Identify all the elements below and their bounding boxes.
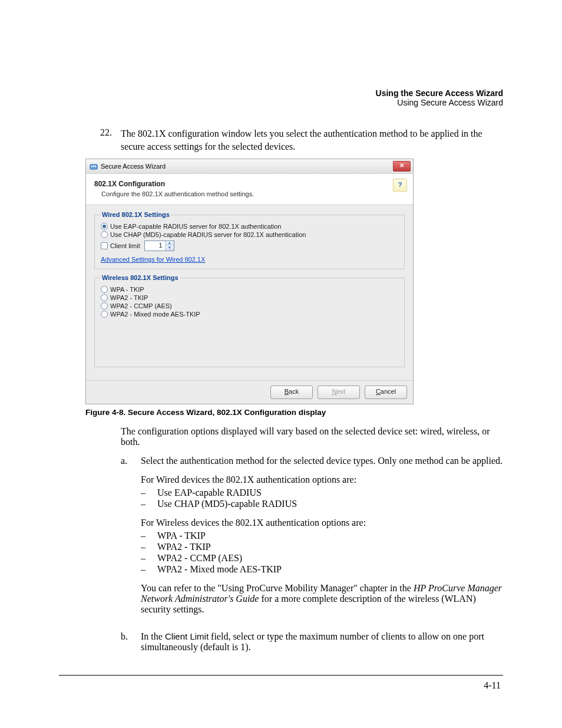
list-item: WPA2 - Mixed mode AES-TKIP — [157, 564, 282, 575]
client-limit-checkbox[interactable] — [101, 242, 108, 249]
paragraph-vary: The configuration options displayed will… — [121, 426, 503, 447]
svg-rect-1 — [91, 166, 92, 167]
radio-eap[interactable] — [101, 223, 108, 230]
refer-paragraph: You can refer to the "Using ProCurve Mob… — [141, 583, 503, 615]
radio-chap-label: Use CHAP (MD5)-capable RADIUS server for… — [110, 231, 306, 238]
list-item: WPA2 - TKIP — [157, 542, 211, 552]
radio-wpa2-tkip[interactable] — [101, 294, 108, 301]
figure-caption: Figure 4-8. Secure Access Wizard, 802.1X… — [85, 408, 503, 417]
wizard-header-title: 802.1X Configuration — [94, 180, 405, 188]
radio-wpa2-ccmp[interactable] — [101, 302, 108, 309]
wireless-settings-group: Wireless 802.1X Settings WPA - TKIP WPA2… — [94, 274, 405, 367]
advanced-settings-link[interactable]: Advanced Settings for Wired 802.1X — [101, 256, 205, 263]
radio-wpa2-mixed[interactable] — [101, 311, 108, 318]
app-icon — [90, 162, 98, 170]
wizard-button-bar: Back Next Cancel — [86, 380, 413, 404]
radio-wpa2-tkip-label: WPA2 - TKIP — [110, 294, 148, 301]
list-item: WPA2 - CCMP (AES) — [157, 553, 242, 564]
close-button[interactable]: ✕ — [393, 161, 411, 172]
client-limit-spinner[interactable]: 1 ▲▼ — [144, 241, 174, 251]
wireless-legend: Wireless 802.1X Settings — [101, 274, 180, 281]
spinner-up-icon[interactable]: ▲ — [166, 241, 174, 246]
footer-rule — [59, 675, 503, 676]
client-limit-value: 1 — [145, 241, 165, 251]
wizard-titlebar: Secure Access Wizard ✕ — [86, 159, 413, 174]
wired-intro: For Wired devices the 802.1X authenticat… — [141, 475, 503, 485]
radio-wpa2-ccmp-label: WPA2 - CCMP (AES) — [110, 302, 172, 309]
cancel-button[interactable]: Cancel — [365, 386, 407, 399]
wireless-options-list: –WPA - TKIP –WPA2 - TKIP –WPA2 - CCMP (A… — [141, 531, 503, 575]
wired-options-list: –Use EAP-capable RADIUS –Use CHAP (MD5)-… — [141, 487, 503, 509]
radio-eap-label: Use EAP-capable RADIUS server for 802.1X… — [110, 223, 281, 230]
wireless-intro: For Wireless devices the 802.1X authenti… — [141, 518, 503, 528]
radio-wpa-tkip[interactable] — [101, 286, 108, 293]
page-number: 4-11 — [59, 680, 503, 691]
wizard-title: Secure Access Wizard — [101, 163, 166, 170]
step-number: 22. — [100, 127, 121, 153]
sub-b-text: In the Client Limit field, select or typ… — [141, 631, 503, 653]
step-text: The 802.1X configuration window lets you… — [121, 127, 503, 153]
spinner-down-icon[interactable]: ▼ — [166, 246, 174, 251]
client-limit-label: Client limit — [110, 242, 140, 249]
page-header: Using the Secure Access Wizard Using Sec… — [59, 88, 503, 107]
wizard-header-subtitle: Configure the 802.1X authentication meth… — [101, 190, 405, 197]
list-item: WPA - TKIP — [157, 531, 206, 541]
radio-chap[interactable] — [101, 231, 108, 238]
next-button[interactable]: Next — [318, 386, 360, 399]
radio-wpa2-mixed-label: WPA2 - Mixed mode AES-TKIP — [110, 311, 200, 318]
svg-rect-3 — [95, 166, 96, 167]
list-item: Use EAP-capable RADIUS — [157, 487, 262, 498]
list-item: Use CHAP (MD5)-capable RADIUS — [157, 499, 297, 509]
radio-wpa-tkip-label: WPA - TKIP — [110, 286, 144, 293]
header-bold: Using the Secure Access Wizard — [59, 88, 503, 98]
sub-a-lead: Select the authentication method for the… — [141, 456, 503, 466]
sub-b-label: b. — [121, 631, 141, 661]
wired-settings-group: Wired 802.1X Settings Use EAP-capable RA… — [94, 211, 405, 269]
svg-rect-2 — [93, 166, 94, 167]
wizard-dialog: Secure Access Wizard ✕ 802.1X Configurat… — [85, 159, 414, 404]
back-button[interactable]: Back — [270, 386, 313, 399]
help-button[interactable]: ? — [393, 179, 407, 192]
wizard-header: 802.1X Configuration Configure the 802.1… — [86, 174, 413, 205]
header-reg: Using Secure Access Wizard — [59, 98, 503, 107]
sub-a-label: a. — [121, 456, 141, 623]
wired-legend: Wired 802.1X Settings — [101, 211, 171, 218]
